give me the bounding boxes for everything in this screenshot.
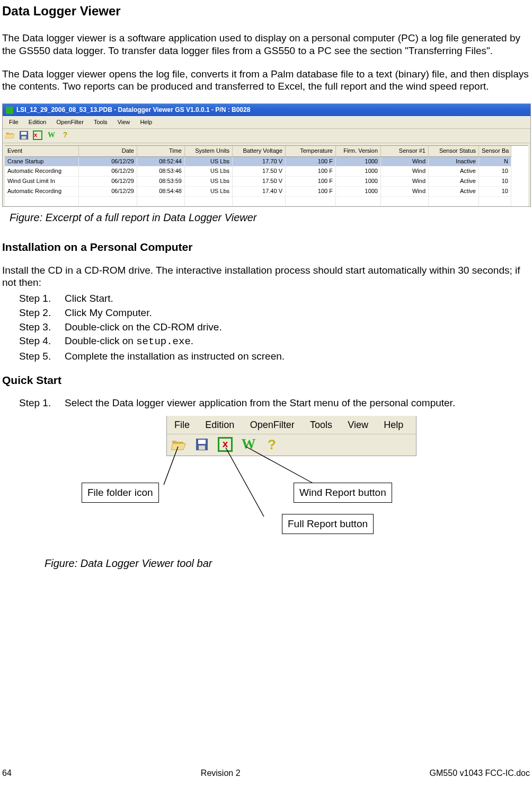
menubar-big: File Edition OpenFilter Tools View Help [167, 416, 416, 435]
table-cell[interactable]: 17.40 V [233, 187, 286, 197]
step-text: Click Start. [65, 292, 530, 305]
menubar: File Edition OpenFilter Tools View Help [3, 116, 530, 129]
svg-rect-5 [199, 446, 205, 450]
table-cell[interactable]: Wind [381, 187, 429, 197]
menu-edition-big[interactable]: Edition [199, 417, 241, 433]
menu-file[interactable]: File [5, 118, 23, 127]
install-step: Step 5.Complete the installation as inst… [19, 350, 530, 363]
table-cell[interactable]: Automatic Recording [5, 167, 79, 177]
table-cell [137, 197, 185, 207]
menu-help-big[interactable]: Help [377, 417, 410, 433]
figure-caption-2: Figure: Data Logger Viewer tool bar [45, 557, 530, 570]
table-cell[interactable]: 10 [479, 187, 511, 197]
table-cell[interactable]: 1000 [336, 167, 381, 177]
table-cell[interactable]: 06/12/29 [79, 187, 137, 197]
column-header[interactable]: System Units [185, 146, 233, 157]
table-cell[interactable]: US Lbs [185, 167, 233, 177]
help-icon-big[interactable]: ? [263, 436, 280, 452]
table-cell[interactable]: Active [429, 187, 479, 197]
table-cell[interactable]: 06/12/29 [79, 157, 137, 167]
help-icon[interactable]: ? [60, 130, 70, 141]
table-cell [5, 197, 79, 207]
table-cell[interactable]: 06/12/29 [79, 167, 137, 177]
menu-tools[interactable]: Tools [90, 118, 112, 127]
full-report-icon[interactable]: x [32, 130, 43, 141]
table-cell[interactable]: 17.50 V [233, 167, 286, 177]
table-cell[interactable]: 17.70 V [233, 157, 286, 167]
open-icon-big[interactable] [170, 436, 187, 452]
table-cell[interactable]: Inactive [429, 157, 479, 167]
data-grid[interactable]: EventDateTimeSystem UnitsBattery Voltage… [5, 145, 528, 207]
table-cell[interactable]: US Lbs [185, 177, 233, 187]
table-cell [286, 197, 336, 207]
table-cell[interactable]: 1000 [336, 157, 381, 167]
table-cell[interactable]: Automatic Recording [5, 187, 79, 197]
menu-file-big[interactable]: File [168, 417, 196, 433]
step-text: Select the Data logger viewer applicatio… [65, 397, 530, 409]
step-label: Step 2. [19, 307, 65, 319]
column-header[interactable]: Battery Voltage [233, 146, 286, 157]
menu-view-big[interactable]: View [341, 417, 375, 433]
table-cell[interactable]: Active [429, 167, 479, 177]
table-cell[interactable]: 10 [479, 177, 511, 187]
table-cell[interactable]: US Lbs [185, 187, 233, 197]
svg-rect-2 [22, 136, 26, 139]
menu-openfilter[interactable]: OpenFilter [52, 118, 88, 127]
menu-tools-big[interactable]: Tools [304, 417, 339, 433]
toolbar-window: File Edition OpenFilter Tools View Help … [166, 416, 416, 457]
table-cell[interactable]: Active [429, 177, 479, 187]
wind-report-icon-big[interactable]: W [240, 436, 257, 452]
table-cell[interactable]: 100 F [286, 177, 336, 187]
table-cell[interactable]: Wind [381, 177, 429, 187]
menu-openfilter-big[interactable]: OpenFilter [244, 417, 301, 433]
column-header[interactable]: Firm. Version [336, 146, 381, 157]
menu-view[interactable]: View [113, 118, 135, 127]
column-header[interactable]: Sensor Ba [479, 146, 511, 157]
table-cell[interactable]: 08:53:46 [137, 167, 185, 177]
intro-para-1: The Data logger viewer is a software app… [2, 32, 530, 57]
table-cell[interactable]: 10 [479, 167, 511, 177]
open-icon[interactable] [5, 130, 15, 141]
install-step: Step 4.Double-click on setup.exe. [19, 335, 530, 348]
step-label: Step 3. [19, 321, 65, 334]
table-cell [381, 197, 429, 207]
page-title: Data Logger Viewer [2, 3, 530, 19]
table-cell[interactable]: 100 F [286, 167, 336, 177]
table-cell[interactable]: Wind Gust Limit In [5, 177, 79, 187]
svg-line-8 [226, 448, 264, 517]
table-cell[interactable]: US Lbs [185, 157, 233, 167]
install-steps: Step 1.Click Start.Step 2.Click My Compu… [19, 292, 530, 363]
step-label: Step 5. [19, 350, 65, 363]
figure-caption-1: Figure: Excerpt of a full report in Data… [10, 211, 530, 224]
step-text: Double-click on setup.exe. [65, 335, 530, 348]
table-cell[interactable]: Wind [381, 167, 429, 177]
table-cell[interactable]: 1000 [336, 177, 381, 187]
column-header[interactable]: Sensor Status [429, 146, 479, 157]
save-icon-big[interactable] [193, 436, 210, 452]
table-cell [233, 197, 286, 207]
full-report-icon-big[interactable]: x [217, 436, 234, 452]
table-cell[interactable]: Wind [381, 157, 429, 167]
table-cell[interactable]: N [479, 157, 511, 167]
wind-report-icon[interactable]: W [46, 130, 57, 141]
menu-edition[interactable]: Edition [24, 118, 51, 127]
table-cell[interactable]: 17.50 V [233, 177, 286, 187]
column-header[interactable]: Time [137, 146, 185, 157]
quickstart-step-1: Step 1. Select the Data logger viewer ap… [19, 397, 530, 409]
column-header[interactable]: Date [79, 146, 137, 157]
table-cell[interactable]: Crane Startup [5, 157, 79, 167]
table-cell[interactable]: 08:52:44 [137, 157, 185, 167]
table-cell[interactable]: 08:54:48 [137, 187, 185, 197]
menu-help[interactable]: Help [136, 118, 156, 127]
table-cell[interactable]: 100 F [286, 157, 336, 167]
column-header[interactable]: Temperature [286, 146, 336, 157]
column-header[interactable]: Sensor #1 [381, 146, 429, 157]
svg-rect-1 [21, 132, 27, 134]
table-cell[interactable]: 100 F [286, 187, 336, 197]
table-cell[interactable]: 1000 [336, 187, 381, 197]
table-cell[interactable]: 06/12/29 [79, 177, 137, 187]
intro-para-2: The Data logger viewer opens the log fil… [2, 68, 530, 93]
save-icon[interactable] [19, 130, 29, 141]
table-cell[interactable]: 08:53:59 [137, 177, 185, 187]
column-header[interactable]: Event [5, 146, 79, 157]
